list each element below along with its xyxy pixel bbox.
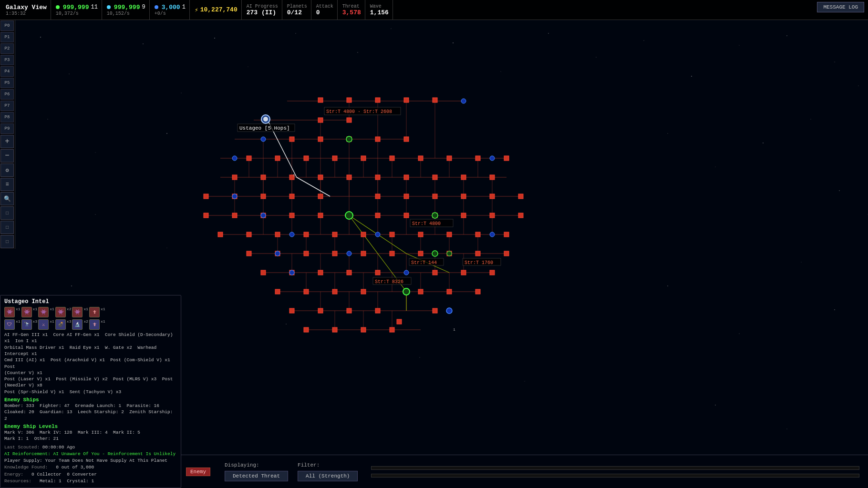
svg-rect-242 [318,175,323,180]
svg-rect-238 [504,156,509,161]
svg-rect-269 [490,213,495,218]
svg-rect-301 [304,289,309,294]
svg-rect-282 [247,251,251,256]
misc-icon2[interactable]: □ [0,221,14,234]
message-log-button[interactable]: MESSAGE LOG [817,2,864,12]
svg-rect-281 [504,232,509,237]
svg-rect-275 [332,232,337,237]
planets-label: Planets [287,4,307,9]
science-section: 3,000 1 +0/s [151,0,190,20]
left-panel: P0 P1 P2 P3 P4 P5 P6 P7 P8 P9 + − ⚙ ≡ 🔍 … [0,20,15,249]
svg-rect-245 [404,175,409,180]
svg-rect-230 [275,156,280,161]
crystal-icon [107,5,111,9]
p5-button[interactable]: P5 [0,78,14,88]
enemy-levels-text: Mark V: 306 Mark IV: 128 Mark III: 4 Mar… [4,429,177,442]
svg-rect-252 [289,194,294,199]
attack-section: Attack 0 [312,0,338,20]
filter-button[interactable]: All (Strength) [298,471,358,481]
enemy-levels-title: Enemy Ship Levels [4,424,177,429]
attack-value: 0 [316,9,320,16]
intel-title: Ustageo Intel [4,298,177,305]
svg-point-325 [375,232,380,237]
bottom-bar: Enemy Displaying: Detected Threat Filter… [181,455,868,488]
p1-button[interactable]: P1 [0,32,14,42]
svg-text:Str:T 1760: Str:T 1760 [465,260,493,265]
science-icon [155,5,158,9]
svg-rect-228 [404,137,409,142]
svg-rect-270 [518,213,523,218]
svg-rect-236 [447,156,452,161]
crystal-section: 999,999 9 10,152/s [103,0,150,20]
svg-rect-217 [347,98,351,102]
svg-rect-224 [289,137,294,142]
zoom-in-button[interactable]: + [0,135,14,148]
svg-rect-261 [232,213,237,218]
enemy-ships-title: Enemy Ships [4,397,177,403]
svg-rect-263 [289,213,294,218]
svg-rect-255 [404,194,409,199]
threat-label: Threat [342,4,360,9]
svg-point-332 [345,212,353,219]
p6-button[interactable]: P6 [0,89,14,100]
p0-button[interactable]: P0 [0,20,14,31]
svg-point-320 [232,194,237,199]
svg-point-318 [261,137,266,142]
svg-rect-279 [447,232,452,237]
svg-rect-218 [375,98,380,102]
svg-rect-233 [361,156,366,161]
svg-rect-308 [318,308,323,313]
filter-section: Filter: All (Strength) [298,462,358,481]
svg-text:Str:T 8326: Str:T 8326 [375,279,403,285]
svg-point-337 [447,251,452,256]
crystal-rate: 10,152/s [107,11,130,16]
knowledge-value: 0 out of 3,000 [51,465,94,470]
progress-bar-1 [371,466,859,470]
threat-section: Threat 3,578 [339,0,365,20]
p4-button[interactable]: P4 [0,66,14,77]
settings-icon[interactable]: ⚙ [0,163,14,177]
enemy-planets [204,98,523,332]
scouted-label: Last Scouted: [4,445,40,450]
svg-rect-243 [347,175,351,180]
intel-icon-1: 👾 [4,307,15,317]
p7-button[interactable]: P7 [0,101,14,111]
svg-rect-298 [461,270,466,275]
search-icon[interactable]: 🔍 [0,192,14,205]
intel-text-line1: AI FF-Gen III x1 Core AI FF-Gen x1 Core … [4,332,177,395]
filter-label: Filter: [298,462,358,468]
misc-icon3[interactable]: □ [0,235,14,248]
attack-label: Attack [316,4,333,9]
p3-button[interactable]: P3 [0,55,14,65]
svg-rect-246 [433,175,437,180]
p8-button[interactable]: P8 [0,112,14,122]
p9-button[interactable]: P9 [0,123,14,134]
intel-icon-4: 👾 [55,307,66,317]
p2-button[interactable]: P2 [0,43,14,54]
svg-point-331 [446,308,452,314]
svg-rect-257 [461,194,466,199]
top-hud: Galaxy View 1:35:32 999,999 11 10,372/s … [0,0,868,20]
svg-rect-315 [390,327,394,332]
svg-text:1: 1 [453,327,455,332]
svg-rect-280 [475,232,480,237]
metal-value: 999,999 [63,4,89,11]
svg-point-334 [432,251,438,256]
svg-text:1: 1 [293,173,295,177]
svg-rect-287 [390,251,394,256]
zoom-out-button[interactable]: − [0,149,14,163]
filter-icon[interactable]: ≡ [0,178,14,191]
displaying-button[interactable]: Detected Threat [225,471,288,481]
svg-rect-304 [418,289,423,294]
svg-rect-316 [397,319,402,324]
svg-rect-284 [304,251,309,256]
svg-line-216 [297,177,330,196]
planets-value: 0/12 [287,9,302,16]
crystal-count: 9 [142,4,145,10]
svg-text:Str:T 144: Str:T 144 [411,260,437,265]
wave-value: 1,156 [370,9,389,16]
svg-rect-227 [375,137,380,142]
planets-section: Planets 0/12 [283,0,311,20]
svg-rect-234 [390,156,394,161]
misc-icon1[interactable]: □ [0,206,14,220]
